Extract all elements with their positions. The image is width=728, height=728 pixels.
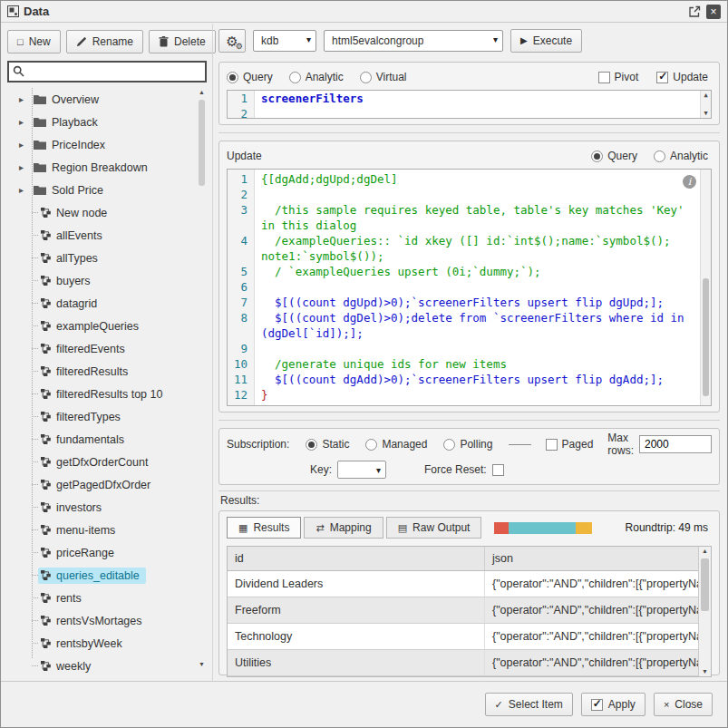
- tree-item-filteredtypes[interactable]: filteredTypes: [7, 405, 207, 428]
- radio-icon: [227, 72, 238, 83]
- tree-item-filteredresults-top-10[interactable]: filteredResults top 10: [7, 383, 207, 405]
- chevron-right-icon[interactable]: ▸: [19, 162, 31, 172]
- max-rows-input[interactable]: [639, 435, 712, 453]
- tree-item-examplequeries[interactable]: exampleQueries: [7, 315, 207, 337]
- new-button[interactable]: □ New: [7, 30, 61, 53]
- tab-results[interactable]: ▦Results: [227, 517, 301, 539]
- tree-item-fundamentals[interactable]: fundamentals: [7, 428, 207, 451]
- node-icon: [41, 298, 51, 308]
- tree-item-label: rents: [56, 592, 82, 605]
- query-type-radio-query[interactable]: Query: [227, 71, 273, 83]
- scroll-down-icon[interactable]: ▼: [701, 109, 711, 118]
- scroll-up-icon[interactable]: ▲: [701, 91, 711, 100]
- update-type-radio-query[interactable]: Query: [591, 150, 637, 162]
- table-scrollbar[interactable]: ▲ ▼: [698, 547, 711, 676]
- tree-item-label: weekly: [56, 660, 91, 673]
- update-checkbox[interactable]: Update: [656, 71, 708, 83]
- subscription-section: Subscription: StaticManagedPolling Paged…: [218, 428, 720, 485]
- settings-button[interactable]: ⚙: [218, 29, 246, 53]
- chevron-right-icon[interactable]: ▸: [19, 140, 31, 150]
- code-line: 1{[dgAdd;dgUpd;dgDel]: [228, 171, 711, 187]
- tree-item-menu-items[interactable]: menu-items: [7, 519, 207, 541]
- column-header-json[interactable]: json: [485, 547, 699, 571]
- query-editor[interactable]: 1screenerFilters2 ▲ ▼: [227, 90, 712, 119]
- tree-item-rentsbyweek[interactable]: rentsbyWeek: [7, 632, 207, 655]
- tab-mapping[interactable]: ⇄Mapping: [304, 517, 383, 539]
- chevron-right-icon[interactable]: ▸: [19, 185, 31, 195]
- table-cell-json: {"operator":"AND","children":[{"property…: [485, 624, 699, 650]
- select-item-button[interactable]: ✓ Select Item: [485, 693, 573, 716]
- tree-item-overview[interactable]: ▸Overview: [7, 88, 207, 111]
- table-row[interactable]: Dividend Leaders{"operator":"AND","child…: [228, 571, 699, 597]
- tree-item-label: rentsVsMortages: [56, 615, 141, 627]
- connection-select[interactable]: kdb ▾: [253, 30, 316, 52]
- tree-item-rentsvsmortages[interactable]: rentsVsMortages: [7, 609, 207, 632]
- tree-item-getdfxordercount[interactable]: getDfxOrderCount: [7, 451, 207, 473]
- table-row[interactable]: Technology{"operator":"AND","children":[…: [228, 624, 699, 650]
- query-type-radio-virtual[interactable]: Virtual: [360, 71, 407, 83]
- table-row[interactable]: Freeform{"operator":"AND","children":[{"…: [228, 597, 699, 624]
- group-select[interactable]: html5evalcongroup ▾: [324, 30, 503, 52]
- roundtrip-text: Roundtrip: 49 ms: [626, 521, 712, 534]
- tree-item-getpageddfxorder[interactable]: getPagedDfxOrder: [7, 473, 207, 496]
- subscription-radio-managed[interactable]: Managed: [365, 438, 427, 451]
- search-input[interactable]: [7, 61, 207, 83]
- rename-button[interactable]: Rename: [66, 30, 143, 53]
- separator: [218, 132, 720, 133]
- line-number: 2: [228, 106, 254, 119]
- tree-item-buyers[interactable]: buyers: [7, 269, 207, 292]
- update-editor-scrollbar[interactable]: [700, 170, 711, 405]
- scroll-up-icon[interactable]: ▲: [699, 547, 711, 556]
- paged-checkbox[interactable]: Paged: [546, 438, 594, 451]
- line-number: 10: [228, 356, 254, 372]
- column-header-id[interactable]: id: [228, 547, 485, 571]
- force-reset-checkbox[interactable]: [492, 464, 504, 476]
- chevron-right-icon[interactable]: ▸: [19, 94, 31, 104]
- popout-icon[interactable]: [688, 5, 701, 18]
- tree-item-investors[interactable]: investors: [7, 496, 207, 519]
- close-button[interactable]: × Close: [654, 693, 713, 716]
- tree-item-sold-price[interactable]: ▸Sold Price: [7, 179, 207, 201]
- node-icon: [41, 593, 51, 603]
- scroll-down-icon[interactable]: ▼: [699, 667, 711, 676]
- tree-item-rents[interactable]: rents: [7, 587, 207, 609]
- subscription-radio-polling[interactable]: Polling: [443, 438, 492, 451]
- tree-item-queries-editable[interactable]: queries_editable: [7, 564, 207, 587]
- table-cell-json: {"operator":"AND","children":[{"property…: [485, 597, 699, 624]
- delete-button[interactable]: Delete: [149, 30, 216, 53]
- tab-raw-output[interactable]: ▤Raw Output: [386, 517, 482, 539]
- code-line: 5 / `exampleQueries upsert (0i;`dummy;`)…: [228, 264, 711, 279]
- scrollbar-thumb[interactable]: [701, 558, 709, 611]
- info-icon[interactable]: i: [683, 175, 696, 189]
- tree-item-filteredresults[interactable]: filteredResults: [7, 360, 207, 383]
- pivot-checkbox[interactable]: Pivot: [598, 71, 639, 83]
- update-editor[interactable]: 1{[dgAdd;dgUpd;dgDel]23 /this sample req…: [227, 169, 712, 406]
- tree-item-playback[interactable]: ▸Playback: [7, 111, 207, 133]
- node-icon: [41, 366, 51, 376]
- subscription-radio-static[interactable]: Static: [306, 438, 349, 451]
- tree-item-new-node[interactable]: New node: [7, 201, 207, 224]
- close-icon[interactable]: ×: [706, 5, 721, 19]
- query-section: QueryAnalyticVirtual Pivot Update 1scree…: [218, 62, 720, 125]
- tree-item-region-breakdown[interactable]: ▸Region Breakdown: [7, 156, 207, 179]
- tree-item-priceindex[interactable]: ▸PriceIndex: [7, 133, 207, 156]
- query-type-radio-analytic[interactable]: Analytic: [289, 71, 344, 83]
- search-icon: [13, 65, 24, 80]
- tree-item-datagrid[interactable]: datagrid: [7, 292, 207, 315]
- tree-item-pricerange[interactable]: priceRange: [7, 541, 207, 564]
- separator: [218, 420, 720, 421]
- tree-item-alltypes[interactable]: allTypes: [7, 247, 207, 269]
- scrollbar-thumb[interactable]: [703, 278, 709, 396]
- tree-item-allevents[interactable]: allEvents: [7, 224, 207, 247]
- node-icon: [41, 616, 51, 626]
- sidebar: □ New Rename Delete: [1, 24, 212, 681]
- table-row[interactable]: Utilities{"operator":"AND","children":[{…: [228, 650, 699, 676]
- key-select[interactable]: ▾: [337, 461, 386, 479]
- chevron-right-icon[interactable]: ▸: [19, 117, 31, 127]
- tree-item-weekly[interactable]: weekly: [7, 655, 207, 673]
- tree-item-filteredevents[interactable]: filteredEvents: [7, 337, 207, 360]
- execute-button[interactable]: ▶ Execute: [510, 29, 582, 53]
- apply-button[interactable]: Apply: [581, 693, 645, 716]
- query-editor-scrollbar[interactable]: ▲ ▼: [700, 91, 711, 118]
- update-type-radio-analytic[interactable]: Analytic: [654, 150, 708, 162]
